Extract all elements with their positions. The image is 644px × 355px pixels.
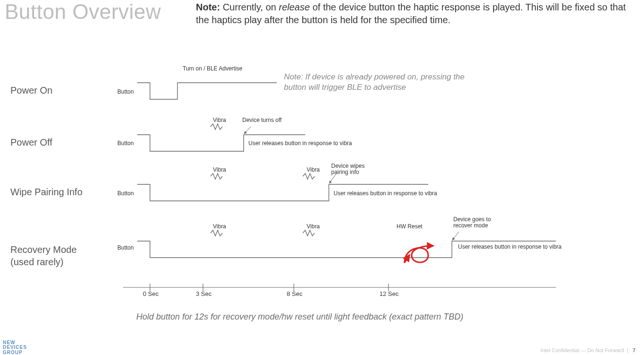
ann-power-on-note: Note: If device is already powered on, p… [284, 72, 473, 93]
tick-0: 0 Sec [143, 290, 159, 297]
ann-vibra-wipe-2: Vibra [307, 166, 320, 173]
ann-release-rec: User releases button in response to vibr… [458, 243, 562, 250]
tick-3: 3 Sec [196, 290, 212, 297]
ann-vibra-off: Vibra [213, 117, 226, 123]
timing-diagram [0, 0, 644, 355]
ann-release-wipe: User releases button in response to vibr… [334, 190, 437, 197]
footer: Intel Confidential — Do Not Forward | 7 [540, 347, 635, 353]
ann-hw-reset: HW Reset [397, 223, 423, 230]
ann-turn-on: Turn on / BLE Advertise [183, 65, 242, 72]
logo-line-2: DEVICES [3, 345, 27, 350]
ann-release-off: User releases button in response to vibr… [248, 140, 352, 147]
ann-device-recover: Device goes to recover mode [453, 216, 501, 229]
ann-vibra-rec-2: Vibra [307, 223, 320, 230]
footer-sep: | [627, 347, 628, 353]
tick-8: 8 Sec [287, 290, 302, 297]
ann-vibra-rec-1: Vibra [213, 223, 226, 230]
logo-new-devices-group: NEW DEVICES GROUP [3, 340, 27, 355]
ann-vibra-wipe-1: Vibra [213, 166, 226, 173]
ann-device-off: Device turns off [242, 117, 282, 123]
ann-device-wipes: Device wipes pairing info [331, 163, 374, 175]
hold-note: Hold button for 12s for recovery mode/hw… [136, 312, 463, 322]
logo-line-3: GROUP [3, 350, 27, 355]
footer-page-number: 7 [633, 347, 635, 353]
footer-confidential: Intel Confidential — Do Not Forward [540, 347, 624, 353]
tick-12: 12 Sec [379, 290, 398, 297]
